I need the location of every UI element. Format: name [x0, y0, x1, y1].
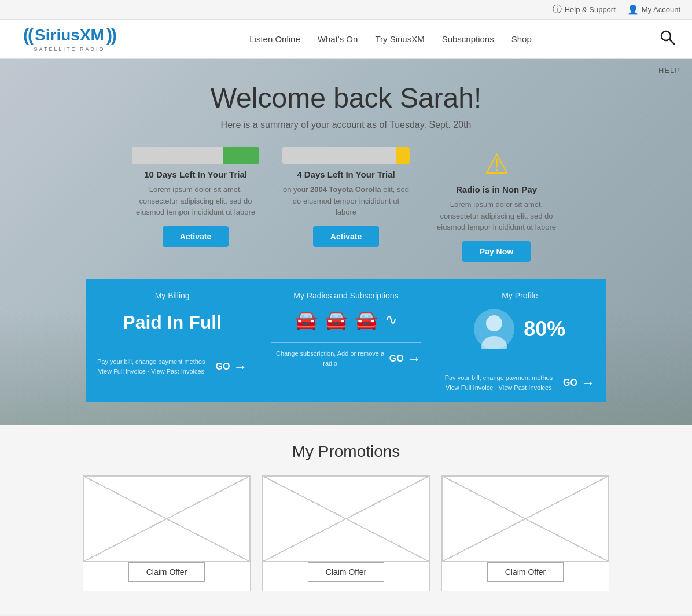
radios-title: My Radios and Subscriptions: [271, 291, 421, 300]
card-1-desc: Lorem ipsum dolor sit amet, consectetur …: [132, 184, 259, 218]
radio-icons: 🚘 🚘 🚘 ∿: [271, 309, 421, 331]
avatar: [474, 309, 514, 349]
card-3-desc: Lorem ipsum dolor sit amet, consectetur …: [433, 199, 560, 233]
radios-tile: My Radios and Subscriptions 🚘 🚘 🚘 ∿ Chan…: [259, 279, 433, 402]
hero-section: HELP Welcome back Sarah! Here is a summa…: [0, 59, 692, 425]
promotions-section: My Promotions Claim Offer Claim Offer Cl…: [0, 425, 692, 614]
my-account-link[interactable]: 👤 My Account: [627, 4, 680, 15]
billing-divider: [97, 351, 247, 351]
promo-card-3-border: [442, 476, 609, 562]
activate-button-1[interactable]: Activate: [163, 226, 229, 247]
nav-whats-on[interactable]: What's On: [318, 34, 358, 44]
svg-line-1: [669, 39, 674, 44]
help-support-link[interactable]: ⓘ Help & Support: [553, 3, 616, 16]
profile-footer: Pay your bill, change payment methos Vie…: [445, 373, 595, 393]
progress-bar-2: [282, 147, 410, 164]
logo-brand-text: SiriusXM: [35, 26, 104, 45]
progress-bg-1: [132, 147, 223, 164]
promo-cards: Claim Offer Claim Offer Claim Offer: [12, 475, 680, 591]
progress-bar-1: [132, 147, 259, 164]
card-2-title: 4 Days Left In Your Trial: [282, 169, 410, 179]
nav-subscriptions[interactable]: Subscriptions: [442, 34, 494, 44]
billing-go-button[interactable]: GO →: [215, 359, 247, 375]
search-button[interactable]: [660, 29, 675, 48]
logo-subtitle: SATELLITE RADIO: [34, 46, 105, 52]
progress-fill-yellow: [396, 147, 410, 164]
billing-arrow-icon: →: [233, 359, 247, 375]
promotions-title: My Promotions: [12, 442, 680, 461]
claim-offer-button-1[interactable]: Claim Offer: [128, 562, 205, 582]
profile-go-button[interactable]: GO →: [563, 375, 595, 391]
profile-arrow-icon: →: [581, 375, 595, 391]
profile-area: 80%: [445, 309, 595, 349]
billing-main-text: Paid In Full: [97, 312, 247, 333]
progress-fill-green: [223, 147, 259, 164]
hero-subtitle: Here is a summary of your account as of …: [86, 120, 606, 130]
card-2-desc: on your 2004 Toyota Corolla elit, sed do…: [282, 184, 410, 218]
car-icon-3: 🚘: [355, 309, 378, 331]
billing-tile: My Billing Paid In Full Pay your bill, c…: [86, 279, 259, 402]
warning-icon: ⚠: [433, 147, 560, 180]
profile-divider: [445, 367, 595, 367]
promo-card-1: Claim Offer: [83, 475, 251, 591]
profile-percent: 80%: [524, 317, 565, 341]
nav-try-siriusxm[interactable]: Try SiriusXM: [375, 34, 424, 44]
logo-waves-right: )): [106, 25, 116, 45]
radios-go-button[interactable]: GO →: [389, 351, 421, 367]
logo[interactable]: (( SiriusXM )) SATELLITE RADIO: [17, 25, 122, 52]
card-3-title: Radio is in Non Pay: [433, 185, 560, 194]
radios-footer: Change subscription, Add or remove a rad…: [271, 349, 421, 369]
progress-bg-2: [282, 147, 396, 164]
wifi-icon: ∿: [385, 311, 397, 329]
car-icon-2-warning: 🚘: [325, 309, 348, 331]
person-icon: 👤: [627, 4, 639, 15]
billing-title: My Billing: [97, 291, 247, 300]
logo-waves-left: ((: [23, 25, 32, 45]
claim-offer-button-2[interactable]: Claim Offer: [308, 562, 385, 582]
status-cards: 10 Days Left In Your Trial Lorem ipsum d…: [86, 147, 606, 262]
profile-footer-links: Pay your bill, change payment methos Vie…: [445, 373, 553, 393]
promo-card-1-border: [83, 476, 250, 562]
radios-divider: [271, 342, 421, 343]
nav-listen-online[interactable]: Listen Online: [249, 34, 300, 44]
main-nav: Listen Online What's On Try SiriusXM Sub…: [145, 34, 636, 44]
question-icon: ⓘ: [553, 3, 562, 16]
radios-arrow-icon: →: [407, 351, 421, 367]
billing-footer: Pay your bill, change payment methos Vie…: [97, 357, 247, 377]
promo-card-2-border: [263, 476, 429, 562]
svg-point-3: [486, 315, 502, 331]
billing-footer-links: Pay your bill, change payment methos Vie…: [97, 357, 205, 377]
status-card-trial-1: 10 Days Left In Your Trial Lorem ipsum d…: [132, 147, 259, 262]
hero-help-link[interactable]: HELP: [658, 66, 680, 75]
promo-card-2: Claim Offer: [262, 475, 430, 591]
hero-title: Welcome back Sarah!: [86, 82, 606, 114]
status-card-trial-2: 4 Days Left In Your Trial on your 2004 T…: [282, 147, 410, 262]
top-bar: ⓘ Help & Support 👤 My Account: [0, 0, 692, 20]
pay-now-button[interactable]: Pay Now: [462, 241, 531, 262]
promo-card-3: Claim Offer: [441, 475, 609, 591]
car-icon-1: 🚘: [295, 309, 318, 331]
hero-content: Welcome back Sarah! Here is a summary of…: [86, 71, 606, 402]
radios-footer-links: Change subscription, Add or remove a rad…: [271, 349, 389, 369]
activate-button-2[interactable]: Activate: [313, 226, 379, 247]
nav-shop[interactable]: Shop: [511, 34, 532, 44]
card-1-title: 10 Days Left In Your Trial: [132, 169, 259, 179]
blue-tiles: My Billing Paid In Full Pay your bill, c…: [86, 279, 606, 402]
header: (( SiriusXM )) SATELLITE RADIO Listen On…: [0, 20, 692, 59]
profile-title: My Profile: [445, 291, 595, 300]
claim-offer-button-3[interactable]: Claim Offer: [487, 562, 564, 582]
profile-tile: My Profile 80% Pay your bil: [433, 279, 606, 402]
status-card-nonpay: ⚠ Radio is in Non Pay Lorem ipsum dolor …: [433, 147, 560, 262]
